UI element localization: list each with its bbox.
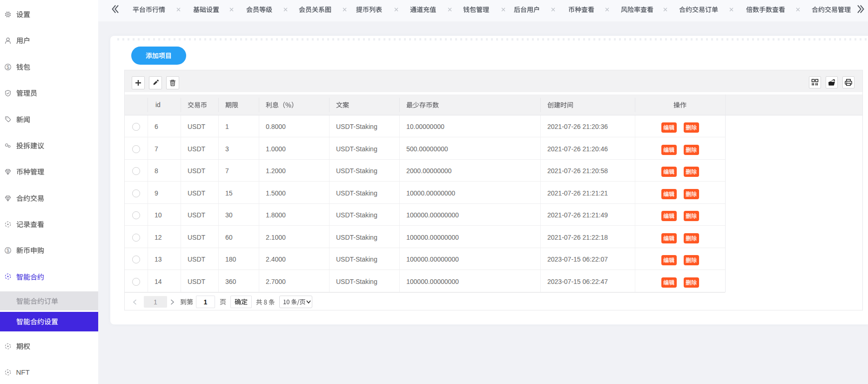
svg-text:$: $ [7,64,9,69]
svg-text:$: $ [7,248,9,253]
